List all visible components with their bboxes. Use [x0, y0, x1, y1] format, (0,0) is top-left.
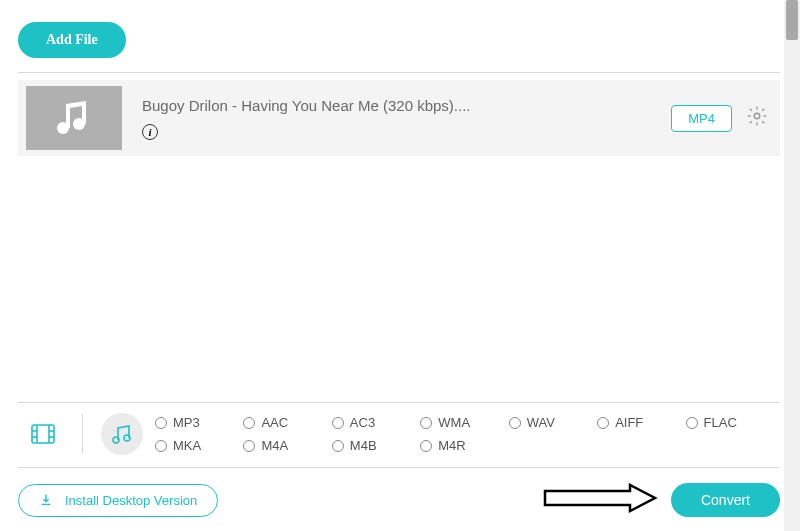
arrow-annotation — [540, 483, 660, 513]
svg-rect-3 — [32, 425, 54, 443]
music-icon — [110, 422, 134, 446]
video-category-button[interactable] — [22, 413, 64, 455]
format-option-aiff[interactable]: AIFF — [597, 415, 681, 430]
divider — [18, 402, 780, 403]
add-file-button[interactable]: Add File — [18, 22, 126, 58]
download-icon — [39, 493, 53, 507]
scrollbar-thumb[interactable] — [786, 0, 798, 40]
format-option-mp3[interactable]: MP3 — [155, 415, 239, 430]
scrollbar[interactable] — [784, 0, 800, 531]
film-icon — [29, 420, 57, 448]
format-option-m4b[interactable]: M4B — [332, 438, 416, 453]
divider — [18, 467, 780, 468]
format-option-aac[interactable]: AAC — [243, 415, 327, 430]
format-option-m4r[interactable]: M4R — [420, 438, 504, 453]
gear-icon[interactable] — [746, 105, 768, 131]
file-thumbnail — [26, 86, 122, 150]
info-icon[interactable]: i — [142, 124, 158, 140]
music-note-icon — [52, 96, 96, 140]
format-option-m4a[interactable]: M4A — [243, 438, 327, 453]
separator — [82, 414, 83, 454]
format-option-wav[interactable]: WAV — [509, 415, 593, 430]
divider — [18, 72, 780, 73]
file-title: Bugoy Drilon - Having You Near Me (320 k… — [142, 97, 671, 114]
format-option-mka[interactable]: MKA — [155, 438, 239, 453]
format-grid: MP3 AAC AC3 WMA WAV AIFF FLAC MKA M4A M4… — [155, 415, 780, 453]
convert-button[interactable]: Convert — [671, 483, 780, 517]
format-option-wma[interactable]: WMA — [420, 415, 504, 430]
install-desktop-button[interactable]: Install Desktop Version — [18, 484, 218, 517]
format-option-flac[interactable]: FLAC — [686, 415, 770, 430]
svg-point-1 — [73, 118, 85, 130]
svg-point-0 — [57, 122, 69, 134]
audio-category-button[interactable] — [101, 413, 143, 455]
file-row: Bugoy Drilon - Having You Near Me (320 k… — [18, 80, 780, 156]
format-badge[interactable]: MP4 — [671, 105, 732, 132]
svg-point-2 — [754, 113, 760, 119]
format-option-ac3[interactable]: AC3 — [332, 415, 416, 430]
install-label: Install Desktop Version — [65, 493, 197, 508]
